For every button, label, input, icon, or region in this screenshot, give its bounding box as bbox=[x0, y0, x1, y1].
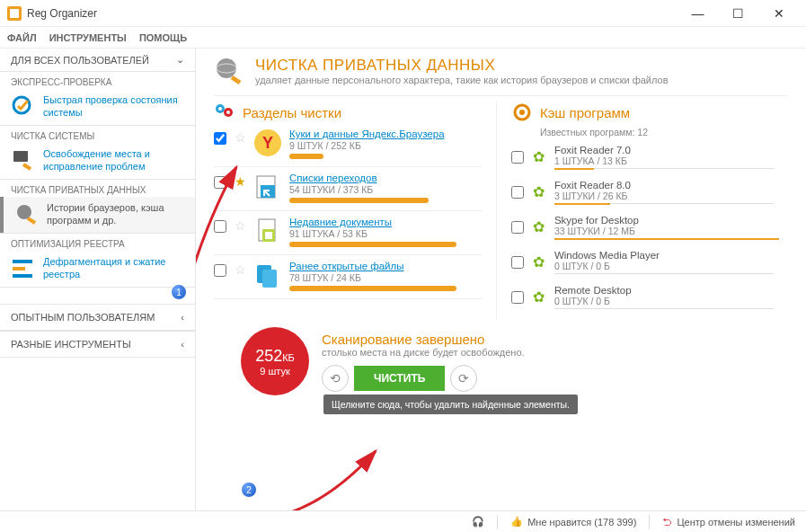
sidebar-advanced-users[interactable]: ОПЫТНЫМ ПОЛЬЗОВАТЕЛЯМ ‹ bbox=[0, 304, 195, 331]
sidebar-footer-label: РАЗНЫЕ ИНСТРУМЕНТЫ bbox=[11, 339, 131, 350]
cache-item-checkbox[interactable] bbox=[511, 256, 524, 269]
clean-button[interactable]: ЧИСТИТЬ bbox=[354, 366, 445, 391]
sidebar-scope-selector[interactable]: ДЛЯ ВСЕХ ПОЛЬЗОВАТЕЛЕЙ ⌄ bbox=[0, 49, 195, 72]
maximize-button[interactable]: ☐ bbox=[718, 0, 758, 27]
clean-item-name[interactable]: Ранее открытые файлы bbox=[289, 261, 482, 271]
sidebar-footer-label: ОПЫТНЫМ ПОЛЬЗОВАТЕЛЯМ bbox=[11, 312, 155, 323]
clean-item-checkbox[interactable] bbox=[214, 132, 226, 145]
clean-button-tooltip: Щелкните сюда, чтобы удалить найденные э… bbox=[323, 395, 578, 414]
undo-label: Центр отмены изменений bbox=[677, 517, 795, 528]
cache-item-checkbox[interactable] bbox=[511, 186, 524, 199]
sidebar-item-registry-opt[interactable]: Дефрагментация и сжатие реестра bbox=[0, 251, 195, 287]
cache-item-checkbox[interactable] bbox=[511, 291, 524, 304]
sidebar-section-title: ЧИСТКА ПРИВАТНЫХ ДАННЫХ bbox=[0, 180, 195, 197]
clean-item-meta: 78 ШТУК / 24 КБ bbox=[289, 272, 482, 283]
page-header: ЧИСТКА ПРИВАТНЫХ ДАННЫХ удаляет данные п… bbox=[214, 56, 788, 96]
star-icon[interactable]: ☆ bbox=[234, 218, 246, 233]
clean-item[interactable]: ☆ Недавние документы 91 ШТУКА / 53 КБ bbox=[214, 217, 482, 247]
progress-bar bbox=[289, 286, 456, 291]
pins-icon bbox=[214, 102, 235, 123]
menu-file[interactable]: ФАЙЛ bbox=[7, 32, 37, 43]
gear-small-icon: ✿ bbox=[531, 218, 547, 235]
cache-item[interactable]: ✿ Skype for Desktop 33 ШТУКИ / 12 МБ bbox=[511, 215, 774, 239]
sidebar-misc-tools[interactable]: РАЗНЫЕ ИНСТРУМЕНТЫ ‹ bbox=[0, 331, 195, 358]
cache-item-meta: 1 ШТУКА / 13 КБ bbox=[554, 155, 774, 169]
scan-status-title: Сканирование завершено bbox=[322, 332, 788, 347]
page-title: ЧИСТКА ПРИВАТНЫХ ДАННЫХ bbox=[255, 57, 669, 75]
progress-bar bbox=[289, 154, 323, 159]
cache-item[interactable]: ✿ Foxit Reader 8.0 3 ШТУКИ / 26 КБ bbox=[511, 180, 774, 204]
cache-item[interactable]: ✿ Remote Desktop 0 ШТУК / 0 Б bbox=[511, 285, 774, 309]
cache-item-meta: 0 ШТУК / 0 Б bbox=[554, 261, 774, 274]
gear-small-icon: ✿ bbox=[531, 288, 547, 306]
sidebar-item-label: Освобождение места и исправление проблем bbox=[43, 148, 184, 173]
clean-item-checkbox[interactable] bbox=[214, 176, 226, 189]
svg-rect-3 bbox=[13, 151, 28, 162]
sidebar: ДЛЯ ВСЕХ ПОЛЬЗОВАТЕЛЕЙ ⌄ ЭКСПРЕСС-ПРОВЕР… bbox=[0, 49, 196, 510]
star-icon[interactable]: ★ bbox=[234, 174, 246, 189]
minimize-button[interactable]: — bbox=[678, 0, 718, 27]
sidebar-item-express-check[interactable]: Быстрая проверка состояния системы bbox=[0, 89, 195, 125]
clean-item-name[interactable]: Куки и данные Яндекс.Браузера bbox=[289, 129, 482, 139]
progress-bar bbox=[554, 203, 610, 205]
svg-rect-6 bbox=[13, 267, 25, 270]
clean-item-name[interactable]: Недавние документы bbox=[289, 217, 482, 227]
app-icon bbox=[7, 6, 22, 21]
page-subtitle: удаляет данные персонального характера, … bbox=[255, 75, 669, 85]
gear-small-icon: ✿ bbox=[531, 183, 547, 200]
sidebar-item-private-clean[interactable]: Истории браузеров, кэша программ и др. bbox=[0, 197, 195, 233]
cache-item-checkbox[interactable] bbox=[511, 221, 524, 234]
support-button[interactable]: 🎧 bbox=[472, 516, 484, 528]
scan-count: 9 штук bbox=[260, 366, 289, 377]
menu-help[interactable]: ПОМОЩЬ bbox=[139, 32, 187, 43]
clean-item-checkbox[interactable] bbox=[214, 264, 226, 277]
svg-rect-20 bbox=[265, 232, 272, 239]
opened-files-icon bbox=[253, 261, 282, 289]
back-button[interactable]: ⟲ bbox=[322, 365, 349, 392]
gear-small-icon: ✿ bbox=[531, 253, 547, 270]
clean-item-name[interactable]: Списки переходов bbox=[289, 173, 482, 183]
clean-item-meta: 9 ШТУК / 252 КБ bbox=[289, 140, 482, 151]
sidebar-section-title: ЭКСПРЕСС-ПРОВЕРКА bbox=[0, 72, 195, 89]
cache-item[interactable]: ✿ Windows Media Player 0 ШТУК / 0 Б bbox=[511, 250, 774, 274]
clean-item[interactable]: ☆ Ранее открытые файлы 78 ШТУК / 24 КБ bbox=[214, 261, 482, 291]
svg-rect-1 bbox=[10, 9, 19, 18]
gear-small-icon: ✿ bbox=[531, 148, 547, 165]
clean-item-checkbox[interactable] bbox=[214, 220, 226, 233]
svg-point-2 bbox=[13, 97, 30, 113]
scan-size: 252 bbox=[255, 347, 282, 365]
scan-result-panel: 252КБ 9 штук Сканирование завершено стол… bbox=[214, 327, 788, 395]
clean-item[interactable]: ★ Списки переходов 54 ШТУКИ / 373 КБ bbox=[214, 173, 482, 203]
scan-size-badge: 252КБ 9 штук bbox=[241, 327, 309, 395]
sidebar-item-label: Дефрагментация и сжатие реестра bbox=[43, 256, 184, 281]
cache-item-meta: 0 ШТУК / 0 Б bbox=[554, 296, 774, 309]
gear-icon bbox=[511, 102, 533, 123]
chevron-left-icon: ‹ bbox=[181, 312, 184, 323]
column-title: Разделы чистки bbox=[243, 105, 341, 120]
column-title: Кэш программ bbox=[540, 105, 630, 120]
menu-tools[interactable]: ИНСТРУМЕНТЫ bbox=[49, 32, 127, 43]
close-button[interactable]: ✕ bbox=[758, 0, 799, 27]
clean-sections-column: Разделы чистки ☆ Y Куки и данные Яндекс.… bbox=[214, 102, 497, 320]
clean-item[interactable]: ☆ Y Куки и данные Яндекс.Браузера 9 ШТУК… bbox=[214, 129, 482, 159]
undo-center-button[interactable]: ⮌ Центр отмены изменений bbox=[662, 517, 795, 528]
chevron-left-icon: ‹ bbox=[181, 339, 184, 350]
progress-bar bbox=[554, 238, 779, 240]
cache-item[interactable]: ✿ Foxit Reader 7.0 1 ШТУКА / 13 КБ bbox=[511, 145, 774, 169]
like-label: Мне нравится (178 399) bbox=[527, 517, 636, 528]
globe-broom-icon bbox=[214, 56, 244, 86]
rescan-button[interactable]: ⟳ bbox=[450, 365, 477, 392]
star-icon[interactable]: ☆ bbox=[234, 262, 246, 277]
column-subtitle: Известных программ: 12 bbox=[540, 127, 774, 137]
progress-bar bbox=[289, 198, 429, 203]
check-icon bbox=[11, 94, 36, 120]
scan-status-sub: столько места на диске будет освобождено… bbox=[322, 347, 788, 358]
globe-broom-icon bbox=[14, 202, 40, 227]
cache-item-checkbox[interactable] bbox=[511, 151, 524, 164]
star-icon[interactable]: ☆ bbox=[234, 130, 246, 145]
sidebar-item-system-clean[interactable]: Освобождение места и исправление проблем bbox=[0, 143, 195, 179]
like-button[interactable]: 👍 Мне нравится (178 399) bbox=[510, 516, 636, 528]
title-bar: Reg Organizer — ☐ ✕ bbox=[0, 0, 806, 27]
yandex-icon: Y bbox=[253, 129, 282, 157]
clean-item-meta: 91 ШТУКА / 53 КБ bbox=[289, 228, 482, 239]
